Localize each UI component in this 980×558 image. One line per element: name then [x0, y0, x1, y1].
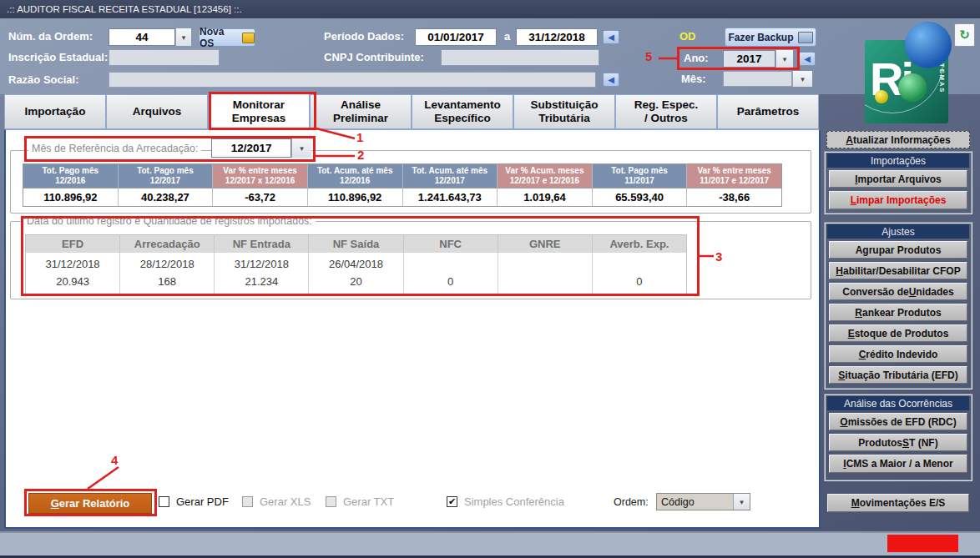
od-label: OD — [679, 30, 696, 43]
summary-col-header: Tot. Pago mês 12/2017 — [118, 164, 213, 188]
summary-table: Tot. Pago mês 12/2016 Tot. Pago mês 12/2… — [23, 163, 782, 207]
rankear-produtos-button[interactable]: Rankear Produtos — [829, 304, 967, 321]
importacoes-group-title: Importações — [827, 153, 969, 168]
periodo-from-input[interactable]: 01/01/2017 — [415, 28, 497, 46]
movimentacoes-es-button[interactable]: Movimentações E/S — [827, 494, 969, 512]
ordem-dropdown-arrow-icon[interactable]: ▾ — [733, 494, 750, 510]
tab-reg-espec-outros[interactable]: Reg. Espec. / Outros — [615, 94, 717, 129]
checkbox-unchecked-icon[interactable] — [159, 496, 169, 507]
summary-col-header: Var % entre meses 12/2017 x 12/2016 — [212, 164, 307, 188]
tab-substituicao-tributaria[interactable]: Substituição Tributária — [513, 94, 615, 129]
registros-col-header: GNRE — [498, 235, 592, 253]
summary-cell: 65.593,40 — [592, 188, 687, 206]
registros-table-header: EFD Arrecadação NF Entrada NF Saída NFC … — [26, 235, 686, 253]
checkbox-unchecked-icon[interactable] — [326, 496, 336, 507]
inscricao-input[interactable] — [109, 49, 220, 66]
backup-disk-icon — [798, 32, 813, 43]
ano-transfer-arrow-button[interactable]: ◀ — [799, 52, 816, 66]
tab-monitorar-empresas[interactable]: Monitorar Empresas — [208, 93, 310, 129]
title-bar: .:: AUDITOR FISCAL RECEITA ESTADUAL [123… — [0, 0, 980, 18]
registros-cell: 31/12/201820.943 — [26, 253, 119, 294]
checkbox-label: Gerar TXT — [343, 495, 394, 508]
annotation-number-3: 3 — [715, 249, 722, 264]
checkbox-label: Simples Conferência — [464, 495, 564, 508]
annotation-number-4: 4 — [111, 453, 118, 467]
ano-dropdown-arrow-icon[interactable]: ▾ — [775, 50, 793, 68]
cnpj-input[interactable] — [441, 49, 599, 66]
checkbox-gerar-xls[interactable]: Gerar XLS — [242, 495, 311, 508]
green-sphere-icon — [898, 73, 927, 102]
summary-cell: -63,72 — [212, 188, 307, 206]
razao-input[interactable] — [109, 72, 596, 88]
mes-value[interactable] — [723, 71, 792, 87]
tab-analise-preliminar[interactable]: Análise Preliminar — [310, 94, 412, 129]
periodo-label: Período Dados: — [324, 30, 404, 43]
atualizar-informacoes-button[interactable]: Atualizar Informações — [826, 131, 970, 148]
checkbox-simples-conferencia[interactable]: ✔ Simples Conferência — [447, 495, 564, 508]
registros-table: EFD Arrecadação NF Entrada NF Saída NFC … — [25, 234, 687, 294]
mes-combo[interactable]: ▾ — [723, 71, 812, 87]
periodo-transfer-arrow-button[interactable]: ◀ — [603, 30, 619, 44]
habilitar-desabilitar-cfop-button[interactable]: Habilitar/Desabilitar CFOP — [829, 262, 967, 279]
produtos-st-nf-button[interactable]: Produtos ST (NF) — [829, 434, 967, 451]
conversao-de-unidades-button[interactable]: Conversão de Unidades — [829, 283, 967, 300]
registros-cell: 0 — [592, 253, 686, 294]
registros-col-header: NF Entrada — [214, 235, 308, 253]
annotation-number-5: 5 — [645, 49, 652, 63]
ano-value[interactable]: 2017 — [723, 50, 775, 68]
summary-cell: -38,66 — [686, 188, 781, 206]
agrupar-produtos-button[interactable]: Agrupar Produtos — [829, 241, 967, 259]
summary-col-header: Var % Acum. meses 12/2017 e 12/2016 — [497, 164, 592, 188]
num-ordem-dropdown-arrow-icon[interactable]: ▾ — [175, 28, 191, 46]
tab-arquivos[interactable]: Arquivos — [106, 94, 208, 129]
registros-cell: 28/12/2018168 — [119, 253, 214, 294]
tab-importacao[interactable]: Importação — [4, 94, 106, 129]
refresh-page-icon[interactable]: ↻ — [954, 23, 975, 47]
summary-table-header: Tot. Pago mês 12/2016 Tot. Pago mês 12/2… — [23, 164, 781, 188]
situacao-tributaria-efd-button[interactable]: Situação Tributária (EFD) — [829, 366, 967, 384]
credito-indevido-button[interactable]: Crédito Indevido — [829, 345, 967, 363]
checkbox-gerar-pdf[interactable]: Gerar PDF — [159, 495, 229, 508]
mes-referencia-combo[interactable]: 12/2017 ▾ — [211, 138, 311, 158]
annotation-number-1: 1 — [356, 130, 363, 144]
limpar-importacoes-button[interactable]: Limpar Importações — [829, 191, 967, 209]
fazer-backup-button[interactable]: Fazer Backup — [725, 28, 816, 47]
redaction-block — [887, 535, 958, 552]
importar-arquivos-button[interactable]: Importar Arquivos — [829, 170, 967, 188]
app-window: .:: AUDITOR FISCAL RECEITA ESTADUAL [123… — [0, 0, 980, 558]
summary-cell: 1.019,64 — [497, 188, 592, 206]
fazer-backup-label: Fazer Backup — [728, 32, 793, 43]
mes-referencia-dropdown-arrow-icon[interactable]: ▾ — [291, 138, 311, 158]
num-ordem-combo[interactable]: 44 ▾ — [109, 28, 191, 46]
mes-referencia-value[interactable]: 12/2017 — [211, 138, 291, 158]
nova-os-button[interactable]: Nova OS — [199, 28, 255, 47]
cnpj-label: CNPJ Contribuinte: — [324, 51, 424, 63]
checkbox-checked-icon[interactable]: ✔ — [447, 496, 457, 507]
registros-cell: 31/12/201821.234 — [214, 253, 308, 294]
razao-transfer-arrow-button[interactable]: ◀ — [603, 73, 619, 87]
registros-col-header: Averb. Exp. — [592, 235, 686, 253]
tab-parametros[interactable]: Parâmetros — [717, 94, 819, 129]
registros-cell: 0 — [403, 253, 498, 294]
mes-dropdown-arrow-icon[interactable]: ▾ — [792, 71, 812, 87]
ano-label: Ano: — [684, 52, 709, 64]
ano-combo[interactable]: 2017 ▾ — [723, 50, 793, 68]
icms-maior-menor-button[interactable]: ICMS a Maior / a Menor — [829, 455, 967, 473]
inscricao-label: Inscrição Estadual: — [8, 51, 108, 63]
omissoes-efd-rdc-button[interactable]: Omissões de EFD (RDC) — [829, 413, 967, 430]
checkbox-gerar-txt[interactable]: Gerar TXT — [326, 495, 394, 508]
ri-sistemas-logo: Ri SISTEMAS — [865, 33, 957, 127]
ordem-label: Ordem: — [614, 496, 649, 508]
estoque-de-produtos-button[interactable]: Estoque de Produtos — [829, 324, 967, 342]
periodo-to-input[interactable]: 31/12/2018 — [516, 28, 598, 46]
ordem-combo[interactable]: Código ▾ — [656, 493, 750, 510]
registros-table-row: 31/12/201820.943 28/12/2018168 31/12/201… — [26, 253, 686, 294]
registros-col-header: NF Saída — [308, 235, 402, 253]
num-ordem-value[interactable]: 44 — [109, 28, 175, 46]
summary-cell: 40.238,27 — [118, 188, 213, 206]
registros-col-header: Arrecadação — [119, 235, 214, 253]
status-bar — [0, 531, 980, 555]
checkbox-unchecked-icon[interactable] — [242, 496, 253, 507]
gerar-relatorio-button[interactable]: Gerar Relatório — [28, 493, 152, 514]
tab-levantamento-especifico[interactable]: Levantamento Específico — [412, 94, 513, 129]
